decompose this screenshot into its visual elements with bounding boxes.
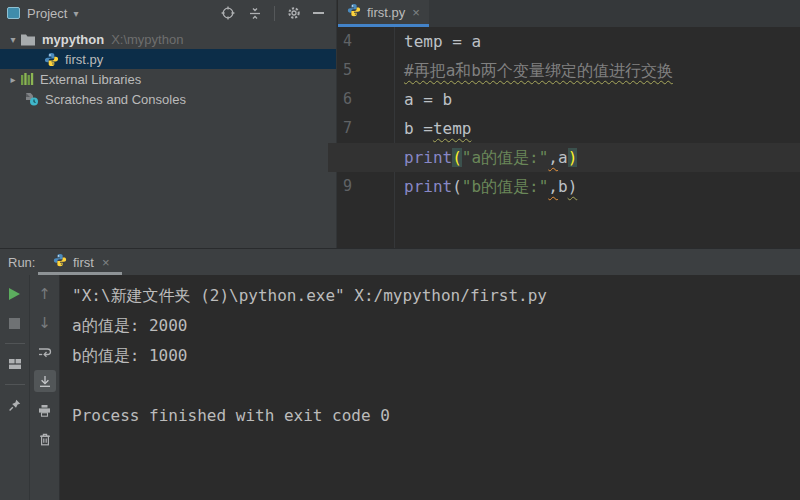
tree-item-mypython[interactable]: ▾ mypython X:\mypython	[0, 29, 336, 49]
editor-tab-label: first.py	[367, 5, 405, 20]
tree-scratches-label: Scratches and Consoles	[45, 92, 186, 107]
rerun-button[interactable]	[4, 283, 26, 305]
project-tool-window: Project ▾ ▾	[0, 0, 337, 248]
scroll-to-end-button[interactable]	[34, 370, 56, 392]
pin-tab-button[interactable]	[4, 394, 26, 416]
editor-gutter[interactable]: 4 5 6 7 8 9	[338, 27, 395, 248]
project-root-name: mypython	[42, 32, 104, 47]
active-tab-underline	[38, 272, 122, 275]
toolbar-divider	[5, 343, 25, 344]
line-number[interactable]: 5	[338, 56, 394, 85]
editor-tab-bar: first.py ×	[338, 0, 800, 27]
layout-icon	[8, 358, 22, 370]
python-file-icon	[53, 253, 67, 271]
console-line: a的值是: 2000	[72, 311, 800, 341]
editor-area: first.py × 4 5 6 7 8 9 temp = a #再把a和b两个…	[338, 0, 800, 248]
code-line-active: print("a的值是:",a)	[404, 143, 800, 172]
scroll-to-end-icon	[39, 375, 51, 388]
tree-expanded-icon[interactable]: ▾	[6, 34, 20, 45]
toolbar-divider	[5, 384, 25, 385]
console-line: b的值是: 1000	[72, 341, 800, 371]
restore-layout-button[interactable]	[4, 353, 26, 375]
code-editor[interactable]: 4 5 6 7 8 9 temp = a #再把a和b两个变量绑定的值进行交换 …	[338, 27, 800, 248]
collapse-all-icon[interactable]	[247, 5, 263, 21]
console-line: "X:\新建文件夹 (2)\python.exe" X:/mypython/fi…	[72, 281, 800, 311]
run-panel-title: Run:	[8, 255, 35, 270]
console-line	[72, 371, 800, 401]
folder-icon	[20, 33, 36, 46]
play-icon	[9, 288, 20, 300]
code-line: temp = a	[404, 27, 800, 56]
down-arrow-icon: ↓	[38, 314, 51, 332]
project-root-path: X:\mypython	[111, 32, 183, 47]
tree-item-external-libraries[interactable]: ▸ External Libraries	[0, 69, 336, 89]
run-toolbar-left	[0, 275, 30, 500]
scratches-icon	[24, 92, 39, 106]
line-number[interactable]: 7	[338, 114, 394, 143]
libraries-icon	[20, 72, 34, 86]
project-tool-window-icon	[7, 7, 20, 19]
clear-console-button[interactable]	[34, 428, 56, 450]
pycharm-window: Project ▾ ▾	[0, 0, 800, 500]
up-stacktrace-button[interactable]: ↑	[34, 283, 56, 305]
locate-file-icon[interactable]	[220, 5, 236, 21]
soft-wrap-button[interactable]	[34, 341, 56, 363]
run-tool-window: Run: first ×	[0, 248, 800, 500]
code-line: a = b	[404, 85, 800, 114]
run-panel-header: Run: first ×	[0, 249, 800, 275]
stop-button[interactable]	[4, 312, 26, 334]
tree-file-label: first.py	[65, 52, 103, 67]
up-arrow-icon: ↑	[38, 285, 51, 303]
tree-collapsed-icon[interactable]: ▸	[6, 74, 20, 85]
printer-icon	[38, 404, 51, 417]
code-lines[interactable]: temp = a #再把a和b两个变量绑定的值进行交换 a = b b =tem…	[395, 27, 800, 248]
stop-icon	[9, 318, 20, 329]
down-stacktrace-button[interactable]: ↓	[34, 312, 56, 334]
settings-gear-icon[interactable]	[286, 5, 302, 21]
soft-wrap-icon	[38, 346, 52, 358]
code-line: #再把a和b两个变量绑定的值进行交换	[404, 56, 800, 85]
tree-external-label: External Libraries	[40, 72, 141, 87]
line-number[interactable]: 6	[338, 85, 394, 114]
print-console-button[interactable]	[34, 399, 56, 421]
hide-panel-icon[interactable]	[313, 12, 324, 14]
tree-item-first-py[interactable]: first.py	[0, 49, 336, 69]
python-file-icon	[347, 3, 361, 21]
close-icon[interactable]: ×	[412, 6, 420, 19]
run-console-output[interactable]: "X:\新建文件夹 (2)\python.exe" X:/mypython/fi…	[60, 275, 800, 500]
run-tab-label: first	[73, 255, 94, 270]
editor-tab-first-py[interactable]: first.py ×	[338, 0, 429, 27]
project-tree: ▾ mypython X:\mypython first.py ▸ Extern…	[0, 26, 336, 109]
console-line: Process finished with exit code 0	[72, 401, 800, 431]
trash-icon	[39, 433, 51, 446]
project-panel-title[interactable]: Project	[27, 6, 67, 21]
tree-item-scratches[interactable]: Scratches and Consoles	[0, 89, 336, 109]
run-toolbar-console: ↑ ↓	[30, 275, 60, 500]
project-panel-header: Project ▾	[0, 0, 336, 26]
code-line: print("b的值是:",b)	[404, 172, 800, 201]
line-number[interactable]: 4	[338, 27, 394, 56]
line-number[interactable]: 9	[338, 172, 394, 201]
toolbar-divider	[274, 6, 275, 21]
code-line: b =temp	[404, 114, 800, 143]
python-file-icon	[44, 52, 59, 67]
close-icon[interactable]: ×	[102, 256, 110, 269]
chevron-down-icon[interactable]: ▾	[73, 8, 78, 19]
pin-icon	[8, 398, 22, 412]
